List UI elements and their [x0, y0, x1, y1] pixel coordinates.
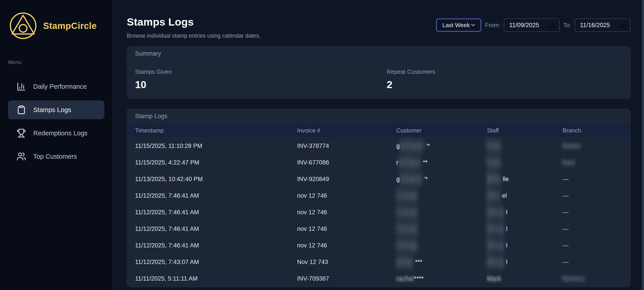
calendar-icon[interactable]	[620, 21, 626, 29]
clipboard-icon	[16, 105, 26, 114]
redacted-blurred-text: mhlwi	[396, 255, 414, 269]
page-title-block: Stamps Logs Browse individual stamp entr…	[127, 16, 260, 39]
redacted-blurred-text: Mark	[487, 274, 501, 283]
redacted-blurred-text: hlmli	[487, 155, 502, 170]
app-window: StampCircle Menu Daily Performance Stamp…	[0, 0, 644, 290]
to-date-value: 11/16/2025	[580, 22, 610, 29]
redacted-blurred-text: Dhnie	[487, 205, 505, 219]
customer-cell: gmihlwml'*	[396, 143, 487, 149]
table-row[interactable]: 11/12/2025, 7:43:07 AM Nov 12 743 mhlwi*…	[127, 254, 630, 270]
visible-text-fragment: ****	[414, 275, 424, 282]
customer-cell: mhlwi***	[396, 259, 487, 266]
branch-cell: —	[562, 242, 630, 249]
vertical-scrollbar[interactable]	[642, 0, 644, 290]
redacted-blurred-text: Chmlwi	[396, 189, 418, 203]
staff-cell: Dhniel	[487, 192, 562, 199]
table-body: 11/15/2025, 11:10:28 PM INV-378774 gmihl…	[127, 138, 630, 287]
table-row[interactable]: 11/12/2025, 7:46:41 AM nov 12 746 Chmlwi…	[127, 187, 630, 204]
visible-text-fragment: el	[502, 192, 507, 199]
sidebar-item-top-customers[interactable]: Top Customers	[8, 147, 104, 166]
trophy-icon	[16, 128, 26, 138]
sidebar-nav: Daily Performance Stamps Logs Redemption…	[0, 77, 112, 166]
visible-text-fragment: ***	[415, 259, 422, 265]
branch-cell: —	[562, 259, 630, 266]
from-label: From:	[485, 22, 500, 29]
staff-cell: Dhniel	[487, 242, 562, 249]
visible-text-fragment: g	[396, 143, 400, 149]
redacted-blurred-text: Chmlwi	[396, 205, 418, 219]
timestamp-cell: 11/12/2025, 7:46:41 AM	[135, 209, 297, 216]
page-subtitle: Browse individual stamp entries using ca…	[127, 32, 260, 39]
staff-cell: hlmli	[487, 143, 562, 149]
stat-value: 2	[387, 79, 630, 90]
from-date-input[interactable]: 11/09/2025	[504, 18, 560, 32]
table-row[interactable]: 11/12/2025, 7:46:41 AM nov 12 746 Chmlwi…	[127, 237, 630, 254]
range-select[interactable]: Last Week	[436, 18, 481, 32]
redacted-blurred-text: mhllwm	[398, 155, 421, 170]
table-row[interactable]: 11/12/2025, 7:46:41 AM nov 12 746 Chmlwi…	[127, 221, 630, 237]
visible-text-fragment: l	[506, 209, 508, 216]
customer-cell: rachel****	[396, 275, 487, 282]
page-header: Stamps Logs Browse individual stamp entr…	[127, 0, 630, 39]
customer-cell: rmhllwm**	[396, 159, 487, 166]
branch-cell: —	[562, 176, 630, 183]
stamp-logs-card: Stamp Logs Timestamp Invoice # Customer …	[127, 109, 630, 287]
timestamp-cell: 11/15/2025, 11:10:28 PM	[135, 143, 297, 149]
visible-text-fragment: l	[506, 259, 508, 265]
column-header-staff: Staff	[487, 127, 562, 134]
invoice-cell: INV-378774	[297, 143, 396, 149]
sidebar-item-stamps-logs[interactable]: Stamps Logs	[8, 100, 104, 119]
visible-text-fragment: '*	[426, 143, 430, 149]
redacted-blurred-text: hlmli	[487, 139, 502, 153]
to-date-input[interactable]: 11/16/2025	[575, 18, 630, 32]
redacted-blurred-text: hwmes	[562, 275, 585, 283]
page-title: Stamps Logs	[127, 16, 260, 28]
redacted-blurred-text: mhlwml	[400, 172, 422, 186]
sidebar-item-redemptions-logs[interactable]: Redemptions Logs	[8, 124, 104, 143]
to-label: To:	[563, 22, 571, 29]
stat-stamps-given: Stamps Given 10	[127, 68, 379, 90]
branch-cell: hws	[562, 159, 630, 166]
stat-repeat-customers: Repeat Customers 2	[379, 68, 630, 90]
table-row[interactable]: 11/15/2025, 11:10:28 PM INV-378774 gmihl…	[127, 138, 630, 154]
visible-text-fragment: **	[423, 159, 428, 166]
table-row[interactable]: 11/12/2025, 7:46:41 AM nov 12 746 Chmlwi…	[127, 204, 630, 221]
sidebar-item-label: Daily Performance	[33, 83, 87, 90]
stat-value: 10	[135, 79, 379, 90]
visible-text-fragment: l	[506, 226, 508, 232]
sidebar-item-daily-performance[interactable]: Daily Performance	[8, 77, 104, 96]
sidebar: StampCircle Menu Daily Performance Stamp…	[0, 0, 112, 290]
timestamp-cell: 11/12/2025, 7:46:41 AM	[135, 192, 297, 199]
table-row[interactable]: 11/11/2025, 5:11:11 AM INV-709387 rachel…	[127, 270, 630, 287]
redacted-blurred-text: Dhnie	[487, 222, 505, 236]
summary-card-title: Summary	[127, 46, 630, 61]
table-row[interactable]: 11/15/2025, 4:22:47 PM INV-677086 rmhllw…	[127, 154, 630, 171]
timestamp-cell: 11/13/2025, 10:42:40 PM	[135, 176, 297, 183]
calendar-icon[interactable]	[549, 21, 556, 29]
redacted-blurred-text: Dhnie	[487, 238, 505, 253]
sidebar-item-label: Top Customers	[33, 153, 77, 160]
invoice-cell: INV-677086	[297, 159, 396, 166]
summary-card: Summary Stamps Given 10 Repeat Customers…	[127, 46, 630, 99]
timestamp-cell: 11/12/2025, 7:46:41 AM	[135, 242, 297, 249]
staff-cell: Mihelle	[487, 176, 562, 183]
visible-text-fragment: l	[506, 242, 508, 249]
redacted-blurred-text: Mihe	[487, 172, 502, 186]
customer-cell: Chmlwi	[396, 209, 487, 216]
table-row[interactable]: 11/13/2025, 10:42:40 PM INV-920849 gmhlw…	[127, 171, 630, 187]
stampcircle-logo-icon	[9, 12, 37, 40]
customer-cell: gmhlwml'*	[396, 176, 487, 183]
redacted-blurred-text: hmws	[562, 142, 581, 150]
branch-cell: hwmes	[562, 275, 630, 282]
column-header-customer: Customer	[396, 127, 487, 134]
sidebar-item-label: Redemptions Logs	[33, 130, 88, 137]
visible-text-fragment: lle	[503, 176, 509, 182]
invoice-cell: Nov 12 743	[297, 259, 396, 266]
customer-cell: Chmlwi	[396, 242, 487, 249]
brand-name: StampCircle	[43, 21, 97, 31]
stat-label: Stamps Given	[135, 68, 379, 75]
table-header-row: Timestamp Invoice # Customer Staff Branc…	[127, 124, 630, 138]
column-header-timestamp: Timestamp	[135, 127, 297, 134]
column-header-invoice: Invoice #	[297, 127, 396, 134]
bar-chart-icon	[16, 82, 26, 91]
